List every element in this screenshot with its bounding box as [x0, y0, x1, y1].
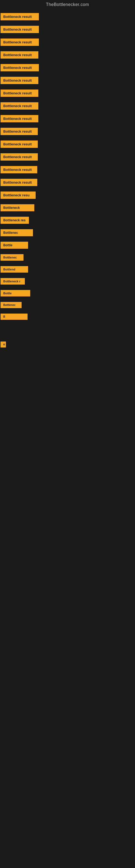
- list-item[interactable]: Bottleneck result: [1, 125, 135, 138]
- list-item[interactable]: B: [1, 311, 135, 322]
- site-title: TheBottlenecker.com: [0, 0, 135, 10]
- list-item[interactable]: Bottlenec: [1, 226, 135, 239]
- bottleneck-badge: Bottleneck r: [1, 278, 25, 284]
- empty-spacer-large-2: [1, 383, 135, 415]
- bottleneck-badge: Bottleneck result: [1, 90, 38, 97]
- bottleneck-badge: Bottlenec: [1, 254, 24, 261]
- bottleneck-badge: B: [1, 314, 28, 320]
- list-item[interactable]: Bottle: [1, 239, 135, 251]
- bottleneck-badge: Bottleneck result: [1, 77, 38, 84]
- bottleneck-badge: Bottleneck result: [1, 51, 38, 59]
- bottleneck-badge: Bottleneck resu: [1, 191, 36, 199]
- bottleneck-badge: Bottlenec: [1, 229, 33, 236]
- list-item[interactable]: Bottleneck result: [1, 87, 135, 99]
- list-item[interactable]: Bottleneck res: [1, 214, 135, 226]
- bottleneck-badge: Bottlenec: [1, 302, 21, 308]
- list-item[interactable]: Bottleneck result: [1, 49, 135, 61]
- list-item[interactable]: B: [1, 339, 135, 350]
- list-item[interactable]: Bottleneck result: [1, 151, 135, 163]
- bottleneck-badge: Bottlend: [1, 266, 28, 273]
- list-item[interactable]: Bottleneck result: [1, 138, 135, 151]
- empty-spacer-large-4: [1, 448, 135, 480]
- items-container: Bottleneck result Bottleneck result Bott…: [0, 10, 135, 546]
- list-item[interactable]: Bottleneck result: [1, 61, 135, 74]
- empty-spacer: [1, 322, 135, 339]
- bottleneck-badge: B: [1, 341, 6, 347]
- list-item[interactable]: Bottleneck result: [1, 23, 135, 36]
- list-item[interactable]: Bottleneck result: [1, 10, 135, 23]
- list-item[interactable]: Bottleneck result: [1, 36, 135, 49]
- bottleneck-badge: Bottleneck result: [1, 13, 39, 20]
- list-item[interactable]: Bottleneck result: [1, 99, 135, 112]
- list-item[interactable]: Bottleneck result: [1, 74, 135, 87]
- list-item[interactable]: Bottlenec: [1, 251, 135, 264]
- bottleneck-badge: Bottleneck result: [1, 141, 38, 148]
- bottleneck-badge: Bottleneck result: [1, 102, 38, 110]
- list-item[interactable]: Bottle: [1, 287, 135, 299]
- bottleneck-badge: Bottle: [1, 290, 30, 297]
- bottleneck-badge: Bottleneck result: [1, 64, 39, 71]
- list-item[interactable]: Bottleneck result: [1, 176, 135, 189]
- bottleneck-badge: Bottleneck result: [1, 166, 37, 173]
- list-item[interactable]: Bottleneck r: [1, 275, 135, 287]
- empty-spacer-large: [1, 350, 135, 383]
- bottleneck-badge: Bottleneck result: [1, 179, 37, 186]
- list-item[interactable]: Bottleneck: [1, 202, 135, 214]
- list-item[interactable]: Bottleneck result: [1, 112, 135, 125]
- list-item[interactable]: Bottlenec: [1, 299, 135, 311]
- empty-spacer-large-3: [1, 415, 135, 448]
- bottleneck-badge: Bottleneck res: [1, 217, 29, 224]
- bottleneck-badge: Bottleneck result: [1, 38, 39, 46]
- page-container: TheBottlenecker.com Bottleneck result Bo…: [0, 0, 135, 546]
- bottleneck-badge: Bottleneck result: [1, 128, 38, 135]
- list-item[interactable]: Bottlend: [1, 264, 135, 275]
- empty-spacer-large-5: [1, 480, 135, 513]
- bottleneck-badge: Bottleneck result: [1, 153, 38, 161]
- list-item[interactable]: Bottleneck result: [1, 163, 135, 176]
- bottleneck-badge: Bottleneck: [1, 204, 34, 211]
- bottleneck-badge: Bottle: [1, 242, 28, 249]
- list-item[interactable]: Bottleneck resu: [1, 189, 135, 202]
- bottleneck-badge: Bottleneck result: [1, 26, 39, 33]
- bottleneck-badge: Bottleneck result: [1, 115, 38, 122]
- empty-spacer-large-6: [1, 513, 135, 546]
